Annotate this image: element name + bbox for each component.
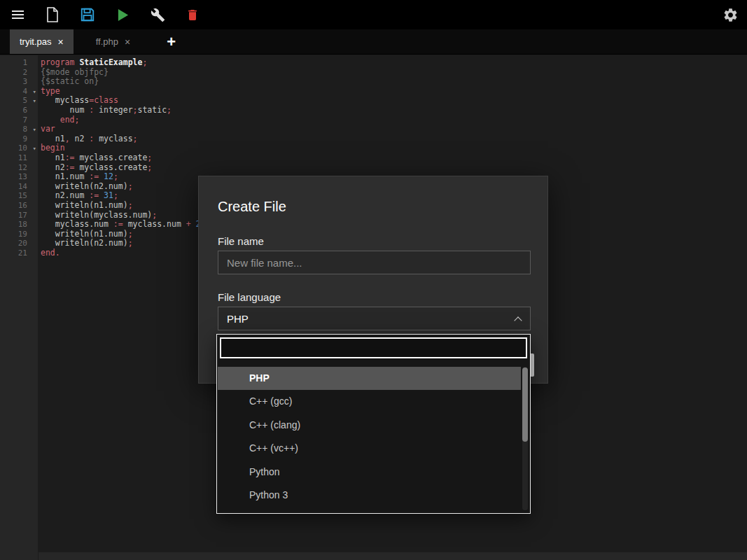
code-line[interactable]: n1, n2 : myclass; bbox=[41, 134, 747, 144]
code-line[interactable]: begin bbox=[41, 144, 747, 153]
line-number: 2 bbox=[0, 68, 38, 78]
line-number: 15 bbox=[0, 191, 38, 201]
menu-icon[interactable] bbox=[9, 6, 26, 23]
file-name-label: File name bbox=[218, 235, 264, 247]
tab-close-icon[interactable]: × bbox=[125, 37, 130, 47]
tab-close-icon[interactable]: × bbox=[58, 37, 64, 47]
fold-arrow-icon[interactable]: ▾ bbox=[33, 88, 36, 97]
line-number: 19 bbox=[0, 230, 38, 239]
gutter: 1234▾5▾678▾910▾1112131415161718192021 bbox=[0, 55, 38, 560]
selected-language-value: PHP bbox=[227, 313, 249, 325]
code-line[interactable]: type bbox=[41, 87, 747, 97]
line-number: 21 bbox=[0, 248, 38, 258]
line-number: 9 bbox=[0, 134, 38, 144]
line-number: 10▾ bbox=[0, 144, 38, 153]
chevron-up-icon bbox=[514, 316, 522, 324]
tab-label: ff.php bbox=[96, 36, 118, 47]
language-option[interactable]: C++ (vc++) bbox=[218, 437, 521, 460]
new-file-icon[interactable] bbox=[44, 6, 61, 23]
fold-arrow-icon[interactable]: ▾ bbox=[33, 97, 36, 106]
line-number: 7 bbox=[0, 115, 38, 125]
tab-bar: tryit.pas × ff.php × + bbox=[0, 29, 747, 55]
wrench-icon[interactable] bbox=[149, 6, 166, 23]
dropdown-scrollbar-thumb[interactable] bbox=[522, 368, 528, 442]
line-number: 14 bbox=[0, 182, 38, 192]
code-line[interactable]: n1:= myclass.create; bbox=[41, 153, 747, 163]
tab-label: tryit.pas bbox=[20, 36, 52, 47]
line-number: 11 bbox=[0, 153, 38, 163]
line-number: 18 bbox=[0, 220, 38, 230]
language-select[interactable]: PHP bbox=[218, 307, 531, 330]
new-tab-button[interactable]: + bbox=[160, 29, 183, 54]
horizontal-scrollbar[interactable] bbox=[39, 552, 747, 560]
code-line[interactable]: var bbox=[41, 125, 747, 134]
trash-icon[interactable] bbox=[184, 6, 201, 23]
language-dropdown: PHPC++ (gcc)C++ (clang)C++ (vc++)PythonP… bbox=[216, 334, 531, 514]
tab-tryit-pas[interactable]: tryit.pas × bbox=[10, 29, 74, 54]
language-option[interactable]: C++ (gcc) bbox=[218, 390, 521, 413]
tab-ff-php[interactable]: ff.php × bbox=[86, 29, 140, 54]
run-icon[interactable] bbox=[114, 6, 131, 23]
file-language-label: File language bbox=[218, 291, 281, 303]
dialog-title: Create File bbox=[218, 199, 286, 215]
code-line[interactable]: n2:= myclass.create; bbox=[41, 163, 747, 173]
line-number: 12 bbox=[0, 163, 38, 173]
language-search-input[interactable] bbox=[220, 337, 527, 358]
hamburger-bars bbox=[12, 10, 24, 19]
line-number: 3 bbox=[0, 77, 38, 87]
fold-arrow-icon[interactable]: ▾ bbox=[33, 125, 36, 135]
code-line[interactable]: end; bbox=[41, 115, 747, 125]
line-number: 4▾ bbox=[0, 87, 38, 97]
app-window: tryit.pas × ff.php × + 1234▾5▾678▾910▾11… bbox=[0, 0, 747, 560]
line-number: 20 bbox=[0, 239, 38, 248]
code-line[interactable]: {$mode objfpc} bbox=[41, 68, 747, 78]
language-option[interactable]: C++ (clang) bbox=[218, 414, 521, 437]
line-number: 6 bbox=[0, 106, 38, 115]
code-line[interactable]: myclass=class bbox=[41, 96, 747, 106]
code-line[interactable]: num : integer;static; bbox=[41, 106, 747, 115]
line-number: 17 bbox=[0, 211, 38, 220]
code-line[interactable]: program StaticExample; bbox=[41, 58, 747, 68]
toolbar bbox=[0, 0, 747, 29]
line-number: 8▾ bbox=[0, 125, 38, 134]
line-number: 16 bbox=[0, 201, 38, 211]
language-option[interactable]: Python bbox=[218, 461, 521, 484]
language-option[interactable]: Python 3 bbox=[218, 484, 521, 507]
line-number: 13 bbox=[0, 172, 38, 182]
file-name-input[interactable] bbox=[218, 251, 531, 274]
language-options: PHPC++ (gcc)C++ (clang)C++ (vc++)PythonP… bbox=[218, 367, 521, 507]
code-line[interactable]: {$static on} bbox=[41, 77, 747, 87]
settings-icon[interactable] bbox=[722, 6, 739, 23]
line-number: 1 bbox=[0, 58, 38, 68]
fold-arrow-icon[interactable]: ▾ bbox=[33, 144, 36, 154]
save-icon[interactable] bbox=[79, 6, 96, 23]
language-option[interactable]: PHP bbox=[218, 367, 521, 390]
line-number: 5▾ bbox=[0, 96, 38, 106]
